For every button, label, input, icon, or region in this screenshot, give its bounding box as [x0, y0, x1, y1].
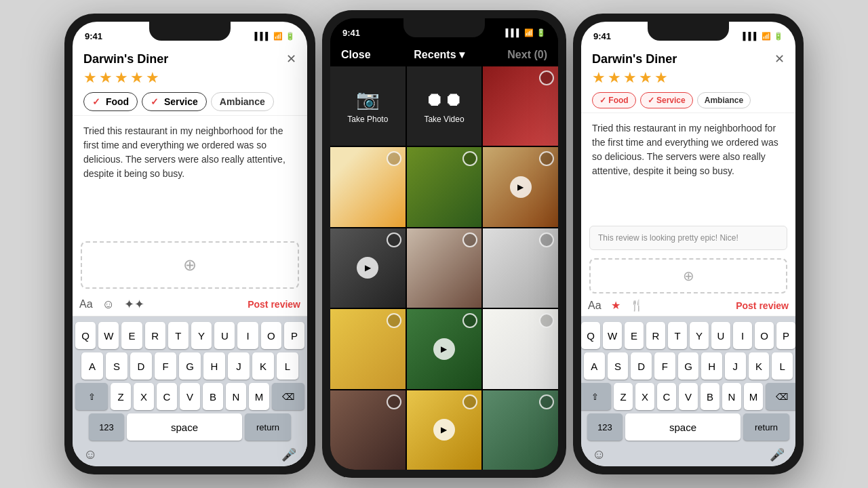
- key-d-left[interactable]: D: [130, 352, 152, 380]
- tag-service-left[interactable]: ✓ Service: [142, 92, 207, 111]
- key-u-right[interactable]: U: [711, 322, 730, 349]
- key-i-right[interactable]: I: [733, 322, 752, 349]
- key-z-left[interactable]: Z: [111, 383, 131, 410]
- photo-cell-9[interactable]: ▶: [407, 309, 482, 388]
- key-w-left[interactable]: W: [98, 322, 119, 349]
- key-t-left[interactable]: T: [168, 322, 189, 349]
- key-w-right[interactable]: W: [603, 322, 622, 349]
- key-p-right[interactable]: P: [776, 322, 795, 349]
- key-123-left[interactable]: 123: [89, 413, 124, 441]
- key-o-right[interactable]: O: [755, 322, 774, 349]
- photo-cell-8[interactable]: [330, 309, 406, 388]
- photo-cell-12[interactable]: ▶: [407, 390, 482, 470]
- key-l-left[interactable]: L: [277, 352, 298, 380]
- play-btn-12[interactable]: ▶: [433, 419, 455, 441]
- key-backspace-left[interactable]: ⌫: [272, 383, 304, 410]
- play-btn-4[interactable]: ▶: [510, 176, 532, 198]
- key-c-left[interactable]: C: [157, 383, 177, 410]
- key-z-right[interactable]: Z: [614, 383, 633, 410]
- post-review-right[interactable]: Post review: [736, 300, 789, 311]
- font-icon-left[interactable]: Aa: [79, 298, 93, 310]
- key-x-left[interactable]: X: [134, 383, 154, 410]
- key-123-right[interactable]: 123: [587, 413, 623, 441]
- key-b-left[interactable]: B: [203, 383, 223, 410]
- take-photo-cell[interactable]: 📷 Take Photo: [330, 66, 406, 146]
- key-e-left[interactable]: E: [121, 322, 142, 349]
- key-i-left[interactable]: I: [237, 322, 258, 349]
- tag-ambiance-left[interactable]: Ambiance: [211, 92, 274, 111]
- key-s-right[interactable]: S: [608, 352, 629, 380]
- photo-cell-10[interactable]: [483, 309, 558, 388]
- key-m-right[interactable]: M: [744, 383, 763, 410]
- recents-btn[interactable]: Recents ▾: [414, 48, 464, 61]
- take-video-cell[interactable]: ⏺⏺ Take Video: [407, 66, 482, 146]
- fork-icon-right[interactable]: 🍴: [630, 299, 644, 312]
- play-btn-5[interactable]: ▶: [357, 257, 378, 279]
- tag-ambiance-right[interactable]: Ambiance: [697, 92, 751, 108]
- star-icon-right[interactable]: ★: [611, 299, 620, 312]
- key-k-left[interactable]: K: [252, 352, 274, 380]
- tag-service-right[interactable]: ✓ Service: [640, 92, 693, 108]
- key-p-left[interactable]: P: [284, 322, 304, 349]
- key-space-left[interactable]: space: [127, 413, 242, 441]
- photo-cell-1[interactable]: [483, 66, 558, 146]
- emoji-btn-right[interactable]: ☺: [592, 447, 606, 462]
- key-s-left[interactable]: S: [106, 352, 127, 380]
- key-h-right[interactable]: H: [701, 352, 722, 380]
- key-n-left[interactable]: N: [226, 383, 246, 410]
- photo-cell-4[interactable]: ▶: [483, 147, 558, 226]
- photo-cell-3[interactable]: [407, 147, 482, 226]
- key-o-left[interactable]: O: [261, 322, 281, 349]
- key-v-left[interactable]: V: [180, 383, 200, 410]
- close-button-left[interactable]: ✕: [286, 52, 296, 66]
- tag-food-right[interactable]: ✓ Food: [592, 92, 636, 108]
- key-a-left[interactable]: A: [81, 352, 103, 380]
- key-m-left[interactable]: M: [249, 383, 269, 410]
- post-review-left[interactable]: Post review: [248, 299, 300, 310]
- photo-cell-11[interactable]: [330, 390, 406, 470]
- key-space-right[interactable]: space: [625, 413, 741, 441]
- key-e-right[interactable]: E: [625, 322, 644, 349]
- key-q-left[interactable]: Q: [75, 322, 96, 349]
- play-btn-9[interactable]: ▶: [433, 338, 455, 360]
- key-u-left[interactable]: U: [214, 322, 235, 349]
- key-d-right[interactable]: D: [631, 352, 652, 380]
- key-return-right[interactable]: return: [743, 413, 789, 441]
- key-l-right[interactable]: L: [772, 352, 793, 380]
- format-icon-left[interactable]: ✦✦: [124, 297, 144, 312]
- photo-cell-7[interactable]: [483, 228, 558, 308]
- key-j-right[interactable]: J: [725, 352, 746, 380]
- key-a-right[interactable]: A: [584, 352, 605, 380]
- photo-cell-5[interactable]: ▶: [330, 228, 406, 308]
- key-k-right[interactable]: K: [749, 352, 770, 380]
- close-photos-btn[interactable]: Close: [341, 49, 371, 61]
- photo-add-left[interactable]: ⊕: [81, 241, 299, 289]
- close-button-right[interactable]: ✕: [774, 52, 785, 66]
- key-y-left[interactable]: Y: [191, 322, 212, 349]
- mic-btn-left[interactable]: 🎤: [281, 447, 296, 462]
- key-y-right[interactable]: Y: [690, 322, 709, 349]
- key-g-right[interactable]: G: [678, 352, 699, 380]
- key-f-left[interactable]: F: [155, 352, 176, 380]
- key-b-right[interactable]: B: [701, 383, 719, 410]
- key-j-left[interactable]: J: [228, 352, 250, 380]
- key-f-right[interactable]: F: [654, 352, 675, 380]
- photo-cell-6[interactable]: [407, 228, 482, 308]
- key-n-right[interactable]: N: [722, 383, 741, 410]
- mic-btn-right[interactable]: 🎤: [770, 447, 785, 462]
- key-return-left[interactable]: return: [245, 413, 291, 441]
- font-icon-right[interactable]: Aa: [588, 300, 601, 312]
- emoji-btn-left[interactable]: ☺: [83, 447, 97, 462]
- tag-food-left[interactable]: ✓ Food: [83, 92, 138, 111]
- key-g-left[interactable]: G: [179, 352, 201, 380]
- key-v-right[interactable]: V: [679, 383, 698, 410]
- photo-cell-13[interactable]: [483, 390, 558, 470]
- key-h-left[interactable]: H: [203, 352, 225, 380]
- key-r-right[interactable]: R: [646, 322, 665, 349]
- photo-add-right[interactable]: ⊕: [589, 258, 787, 293]
- key-shift-left[interactable]: ⇧: [75, 383, 108, 410]
- key-t-right[interactable]: T: [668, 322, 687, 349]
- key-shift-right[interactable]: ⇧: [581, 383, 611, 410]
- key-q-right[interactable]: Q: [581, 322, 600, 349]
- emoji-icon-left[interactable]: ☺: [102, 298, 115, 312]
